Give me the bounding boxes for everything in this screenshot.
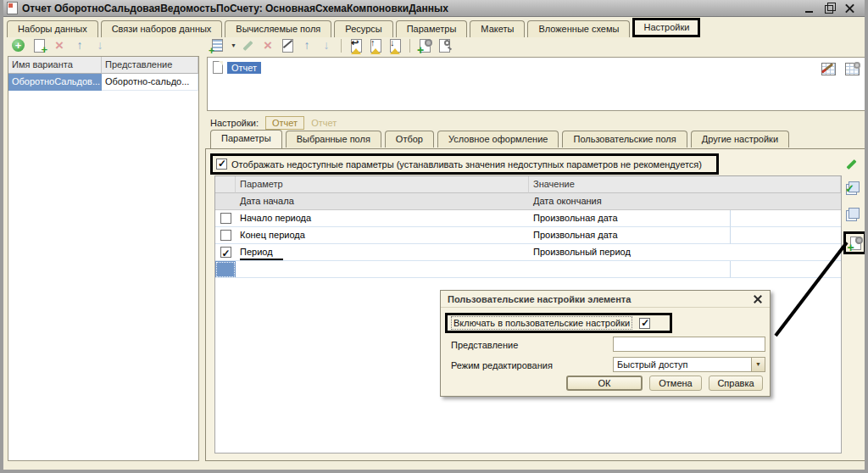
variant-presentation-cell[interactable]: Оборотно-сальдо... [102, 74, 198, 91]
minimize-icon[interactable] [804, 3, 815, 14]
window-title: Отчет ОборотноСальдоваяВедомостьПоСчету:… [22, 3, 448, 14]
user-settings-element-icon[interactable]: + [847, 235, 864, 252]
parameter-cell[interactable]: Конец периода [236, 227, 529, 244]
tab-settings[interactable]: Настройки [632, 18, 700, 37]
grid-gear-icon[interactable] [843, 61, 860, 76]
load-settings-icon[interactable]: ↑ [367, 37, 384, 54]
toolbar-separator [409, 39, 410, 53]
parameter-cell[interactable] [236, 261, 529, 278]
table-row-empty[interactable] [215, 261, 841, 278]
restore-icon[interactable] [824, 3, 836, 14]
wizard-icon[interactable] [279, 37, 296, 54]
tree-root-label[interactable]: Отчет [227, 62, 261, 74]
value-cell[interactable]: Произвольная дата [529, 210, 731, 227]
value-cell[interactable]: Произвольный период [529, 244, 841, 261]
parameters-header-row: Параметр Значение [215, 176, 841, 193]
tab-parameters-inner[interactable]: Параметры [210, 130, 282, 148]
column-header-presentation[interactable]: Представление [102, 57, 198, 74]
column-header-value[interactable]: Значение [529, 176, 841, 193]
table-row-period[interactable]: Период Произвольный период [215, 244, 841, 261]
settings-bar: Настройки: Отчет Отчет [210, 116, 337, 130]
apply-check-icon[interactable]: ✓ [843, 179, 860, 196]
tab-other-settings[interactable]: Другие настройки [691, 131, 789, 147]
tab-nested-schemas[interactable]: Вложенные схемы [527, 20, 630, 37]
presentation-label: Представление [451, 340, 518, 350]
user-settings-find-icon[interactable] [436, 37, 453, 54]
tab-layouts[interactable]: Макеты [470, 20, 525, 37]
value-cell[interactable] [529, 261, 731, 278]
help-button[interactable]: Справка [709, 376, 763, 391]
checkbox-column-header [215, 176, 236, 193]
row-checkbox[interactable] [220, 247, 231, 258]
scheme-tree-panel: Отчет [207, 57, 866, 111]
move-down-icon[interactable] [318, 37, 335, 54]
report-settings-button[interactable]: Отчет [265, 116, 304, 130]
value-cell[interactable]: Дата окончания [529, 193, 841, 210]
user-settings-annotation-box: + [843, 231, 866, 254]
value-extra-cell [731, 210, 841, 227]
ok-button[interactable]: ОК [566, 376, 643, 391]
value-cell[interactable]: Произвольная дата [529, 227, 731, 244]
read-settings-icon[interactable]: ↩ [348, 37, 364, 54]
tab-calculated-fields[interactable]: Вычисляемые поля [225, 20, 331, 37]
row-checkbox[interactable] [220, 213, 231, 224]
parameter-cell[interactable]: Начало периода [236, 210, 529, 227]
save-settings-icon[interactable]: ↓ [387, 37, 403, 54]
report-settings-link[interactable]: Отчет [311, 118, 337, 128]
close-icon[interactable] [844, 3, 856, 14]
tab-data-sets[interactable]: Наборы данных [7, 20, 98, 37]
chevron-down-icon[interactable]: ▼ [751, 358, 765, 371]
show-unavailable-checkbox[interactable] [216, 159, 227, 170]
variant-name-cell[interactable]: ОборотноСальдов... [8, 74, 102, 91]
delete-icon[interactable] [259, 37, 276, 54]
row-checkbox-cell [215, 210, 236, 227]
report-icon [7, 2, 18, 14]
add-copy-icon[interactable] [31, 37, 47, 54]
variant-row[interactable]: ОборотноСальдов... Оборотно-сальдо... [8, 74, 198, 91]
user-settings-add-icon[interactable]: + [416, 37, 433, 54]
tab-selected-fields[interactable]: Выбранные поля [286, 131, 381, 147]
dialog-title-bar: Пользовательские настройки элемента [441, 291, 770, 308]
tab-conditional-appearance[interactable]: Условное оформление [437, 131, 559, 147]
tab-user-fields[interactable]: Пользовательские поля [562, 131, 687, 147]
focused-cell[interactable] [215, 261, 236, 278]
edit-mode-select[interactable]: Быстрый доступ ▼ [613, 357, 765, 372]
table-row[interactable]: Конец периода Произвольная дата [215, 227, 841, 244]
column-header-variant-name[interactable]: Имя варианта [8, 57, 102, 74]
copy-icon[interactable] [843, 205, 860, 222]
table-row-unavailable[interactable]: Дата начала Дата окончания [215, 193, 841, 210]
include-checkbox[interactable] [639, 318, 650, 329]
tab-parameters[interactable]: Параметры [396, 20, 468, 37]
user-settings-dialog: Пользовательские настройки элемента Вклю… [440, 290, 771, 397]
edit-pencil-icon[interactable] [240, 37, 257, 54]
move-up-icon[interactable] [298, 37, 315, 54]
delete-icon[interactable] [51, 37, 68, 54]
dialog-close-icon[interactable] [753, 294, 763, 304]
chevron-down-icon[interactable]: ▼ [230, 37, 237, 54]
table-row[interactable]: Начало периода Произвольная дата [215, 210, 841, 227]
row-checkbox[interactable] [220, 230, 231, 241]
add-template-icon[interactable] [210, 37, 227, 54]
presentation-input[interactable] [613, 337, 765, 352]
tab-resources[interactable]: Ресурсы [334, 20, 392, 37]
period-underline-annotation: Период [240, 246, 283, 261]
row-checkbox-cell [215, 244, 236, 261]
move-up-icon[interactable] [71, 37, 88, 54]
show-unavailable-label: Отображать недоступные параметры (устана… [231, 159, 702, 170]
grid-brush-icon[interactable] [820, 61, 837, 76]
toolbar-separator [341, 39, 342, 53]
tab-filter[interactable]: Отбор [385, 131, 434, 147]
app-window: Отчет ОборотноСальдоваяВедомостьПоСчету:… [0, 0, 868, 473]
tree-root-row[interactable]: Отчет [208, 58, 865, 74]
parameter-cell[interactable]: Период [236, 244, 529, 261]
column-header-parameter[interactable]: Параметр [236, 176, 529, 193]
parameter-cell[interactable]: Дата начала [236, 193, 529, 210]
cancel-button[interactable]: Отмена [649, 376, 702, 391]
include-label: Включать в пользовательские настройки [451, 316, 632, 330]
add-icon[interactable] [10, 37, 27, 54]
move-down-icon[interactable] [92, 37, 108, 54]
main-tab-strip: Наборы данных Связи наборов данных Вычис… [5, 18, 863, 37]
tab-dataset-links[interactable]: Связи наборов данных [101, 20, 223, 37]
edit-pencil-icon[interactable] [843, 156, 860, 173]
show-unavailable-annotation: Отображать недоступные параметры (устана… [210, 153, 719, 175]
